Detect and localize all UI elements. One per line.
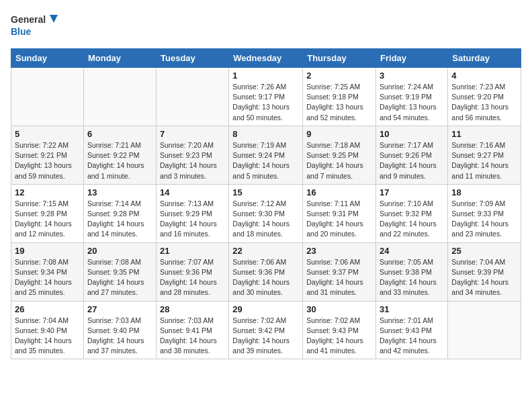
day-info: Sunrise: 7:09 AM Sunset: 9:33 PM Dayligh… (451, 199, 517, 240)
logo-svg: General Blue (11, 11, 58, 40)
calendar-cell: 30Sunrise: 7:02 AM Sunset: 9:43 PM Dayli… (303, 301, 376, 359)
calendar-cell: 31Sunrise: 7:01 AM Sunset: 9:43 PM Dayli… (376, 301, 448, 359)
day-number: 6 (87, 129, 152, 139)
day-number: 10 (380, 129, 444, 139)
col-header-wednesday: Wednesday (229, 49, 303, 68)
day-info: Sunrise: 7:04 AM Sunset: 9:39 PM Dayligh… (451, 257, 517, 298)
day-number: 1 (232, 71, 299, 81)
calendar-cell: 29Sunrise: 7:02 AM Sunset: 9:42 PM Dayli… (229, 301, 303, 359)
calendar-cell: 15Sunrise: 7:12 AM Sunset: 9:30 PM Dayli… (229, 184, 303, 242)
day-number: 23 (306, 246, 372, 256)
calendar-cell: 16Sunrise: 7:11 AM Sunset: 9:31 PM Dayli… (303, 184, 376, 242)
calendar-cell: 27Sunrise: 7:03 AM Sunset: 9:40 PM Dayli… (83, 301, 156, 359)
day-info: Sunrise: 7:11 AM Sunset: 9:31 PM Dayligh… (306, 199, 372, 240)
day-info: Sunrise: 7:16 AM Sunset: 9:27 PM Dayligh… (451, 140, 517, 181)
calendar-cell: 10Sunrise: 7:17 AM Sunset: 9:26 PM Dayli… (376, 126, 448, 184)
day-number: 31 (380, 304, 444, 314)
calendar-cell: 19Sunrise: 7:08 AM Sunset: 9:34 PM Dayli… (11, 242, 84, 301)
day-number: 26 (15, 304, 80, 314)
col-header-saturday: Saturday (448, 49, 521, 68)
col-header-friday: Friday (376, 49, 448, 68)
day-info: Sunrise: 7:08 AM Sunset: 9:35 PM Dayligh… (87, 257, 152, 298)
calendar-cell: 28Sunrise: 7:03 AM Sunset: 9:41 PM Dayli… (157, 301, 229, 359)
day-info: Sunrise: 7:04 AM Sunset: 9:40 PM Dayligh… (15, 316, 80, 357)
day-number: 4 (451, 71, 517, 81)
logo: General Blue (11, 11, 58, 40)
day-number: 15 (232, 187, 299, 197)
day-info: Sunrise: 7:05 AM Sunset: 9:38 PM Dayligh… (380, 257, 444, 298)
day-number: 5 (15, 129, 80, 139)
day-info: Sunrise: 7:21 AM Sunset: 9:22 PM Dayligh… (87, 140, 152, 181)
day-info: Sunrise: 7:06 AM Sunset: 9:37 PM Dayligh… (306, 257, 372, 298)
calendar-cell: 23Sunrise: 7:06 AM Sunset: 9:37 PM Dayli… (303, 242, 376, 301)
day-number: 18 (451, 187, 517, 197)
day-number: 27 (87, 304, 152, 314)
day-number: 7 (160, 129, 225, 139)
day-number: 21 (160, 246, 225, 256)
col-header-thursday: Thursday (303, 49, 376, 68)
calendar-cell: 6Sunrise: 7:21 AM Sunset: 9:22 PM Daylig… (83, 126, 156, 184)
svg-text:Blue: Blue (11, 26, 32, 37)
day-info: Sunrise: 7:24 AM Sunset: 9:19 PM Dayligh… (380, 82, 444, 123)
svg-text:General: General (11, 14, 46, 25)
day-number: 13 (87, 187, 152, 197)
day-info: Sunrise: 7:15 AM Sunset: 9:28 PM Dayligh… (15, 199, 80, 240)
day-info: Sunrise: 7:23 AM Sunset: 9:20 PM Dayligh… (451, 82, 517, 123)
day-number: 28 (160, 304, 225, 314)
day-info: Sunrise: 7:02 AM Sunset: 9:42 PM Dayligh… (232, 316, 299, 357)
calendar-cell (448, 301, 521, 359)
day-info: Sunrise: 7:07 AM Sunset: 9:36 PM Dayligh… (160, 257, 225, 298)
svg-marker-2 (50, 15, 58, 23)
calendar-cell: 7Sunrise: 7:20 AM Sunset: 9:23 PM Daylig… (157, 126, 229, 184)
calendar-cell: 11Sunrise: 7:16 AM Sunset: 9:27 PM Dayli… (448, 126, 521, 184)
calendar-cell: 22Sunrise: 7:06 AM Sunset: 9:36 PM Dayli… (229, 242, 303, 301)
day-info: Sunrise: 7:14 AM Sunset: 9:28 PM Dayligh… (87, 199, 152, 240)
calendar-cell: 2Sunrise: 7:25 AM Sunset: 9:18 PM Daylig… (303, 68, 376, 126)
calendar-cell: 9Sunrise: 7:18 AM Sunset: 9:25 PM Daylig… (303, 126, 376, 184)
calendar-cell: 26Sunrise: 7:04 AM Sunset: 9:40 PM Dayli… (11, 301, 84, 359)
calendar-cell: 8Sunrise: 7:19 AM Sunset: 9:24 PM Daylig… (229, 126, 303, 184)
day-info: Sunrise: 7:03 AM Sunset: 9:41 PM Dayligh… (160, 316, 225, 357)
day-info: Sunrise: 7:17 AM Sunset: 9:26 PM Dayligh… (380, 140, 444, 181)
calendar-cell: 18Sunrise: 7:09 AM Sunset: 9:33 PM Dayli… (448, 184, 521, 242)
calendar-cell (157, 68, 229, 126)
calendar-cell: 4Sunrise: 7:23 AM Sunset: 9:20 PM Daylig… (448, 68, 521, 126)
day-info: Sunrise: 7:06 AM Sunset: 9:36 PM Dayligh… (232, 257, 299, 298)
day-number: 20 (87, 246, 152, 256)
calendar-cell: 1Sunrise: 7:26 AM Sunset: 9:17 PM Daylig… (229, 68, 303, 126)
day-info: Sunrise: 7:22 AM Sunset: 9:21 PM Dayligh… (15, 140, 80, 181)
day-number: 3 (380, 71, 444, 81)
day-info: Sunrise: 7:18 AM Sunset: 9:25 PM Dayligh… (306, 140, 372, 181)
col-header-tuesday: Tuesday (157, 49, 229, 68)
day-info: Sunrise: 7:25 AM Sunset: 9:18 PM Dayligh… (306, 82, 372, 123)
day-number: 22 (232, 246, 299, 256)
calendar-table: SundayMondayTuesdayWednesdayThursdayFrid… (11, 48, 521, 359)
calendar-cell: 20Sunrise: 7:08 AM Sunset: 9:35 PM Dayli… (83, 242, 156, 301)
calendar-cell: 21Sunrise: 7:07 AM Sunset: 9:36 PM Dayli… (157, 242, 229, 301)
calendar-cell: 17Sunrise: 7:10 AM Sunset: 9:32 PM Dayli… (376, 184, 448, 242)
day-number: 14 (160, 187, 225, 197)
day-info: Sunrise: 7:03 AM Sunset: 9:40 PM Dayligh… (87, 316, 152, 357)
header: General Blue (11, 11, 521, 40)
day-number: 16 (306, 187, 372, 197)
calendar-cell (11, 68, 84, 126)
day-info: Sunrise: 7:19 AM Sunset: 9:24 PM Dayligh… (232, 140, 299, 181)
calendar-cell (83, 68, 156, 126)
day-number: 17 (380, 187, 444, 197)
day-number: 12 (15, 187, 80, 197)
col-header-monday: Monday (83, 49, 156, 68)
day-info: Sunrise: 7:02 AM Sunset: 9:43 PM Dayligh… (306, 316, 372, 357)
day-number: 24 (380, 246, 444, 256)
calendar-cell: 24Sunrise: 7:05 AM Sunset: 9:38 PM Dayli… (376, 242, 448, 301)
day-info: Sunrise: 7:08 AM Sunset: 9:34 PM Dayligh… (15, 257, 80, 298)
day-number: 9 (306, 129, 372, 139)
col-header-sunday: Sunday (11, 49, 84, 68)
day-info: Sunrise: 7:13 AM Sunset: 9:29 PM Dayligh… (160, 199, 225, 240)
day-number: 2 (306, 71, 372, 81)
calendar-cell: 3Sunrise: 7:24 AM Sunset: 9:19 PM Daylig… (376, 68, 448, 126)
day-info: Sunrise: 7:10 AM Sunset: 9:32 PM Dayligh… (380, 199, 444, 240)
day-number: 8 (232, 129, 299, 139)
day-info: Sunrise: 7:01 AM Sunset: 9:43 PM Dayligh… (380, 316, 444, 357)
day-number: 19 (15, 246, 80, 256)
calendar-cell: 25Sunrise: 7:04 AM Sunset: 9:39 PM Dayli… (448, 242, 521, 301)
